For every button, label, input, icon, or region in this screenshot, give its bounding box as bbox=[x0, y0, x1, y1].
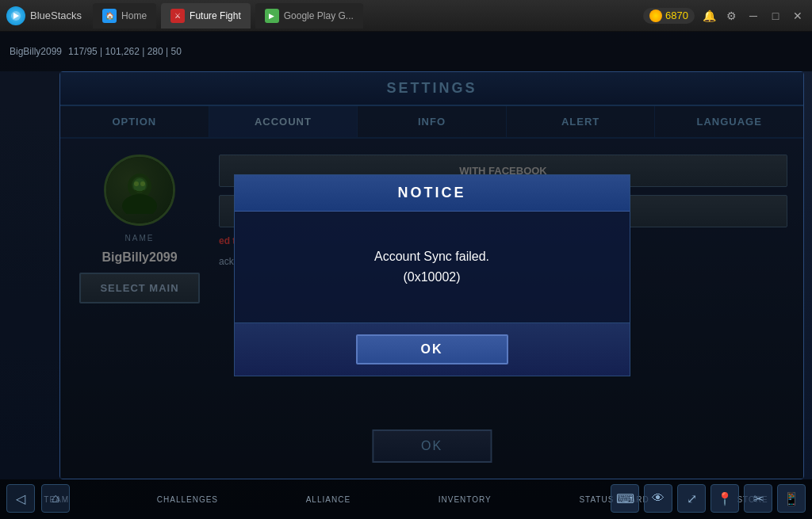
game-stats: 117/95 | 101,262 | 280 | 50 bbox=[68, 46, 182, 57]
notice-ok-button[interactable]: OK bbox=[356, 334, 508, 364]
close-button[interactable]: ✕ bbox=[790, 8, 806, 24]
back-button[interactable]: ◁ bbox=[6, 484, 35, 513]
tab-home[interactable]: 🏠 Home bbox=[93, 3, 156, 29]
home-button[interactable]: ⌂ bbox=[41, 484, 70, 513]
bottom-toolbar: ⌨ 👁 ⤢ 📍 ✂ 📱 bbox=[611, 484, 806, 513]
title-bar-left: BlueStacks 🏠 Home ⚔ Future Fight ▶ Googl… bbox=[6, 3, 640, 29]
ff-tab-icon: ⚔ bbox=[170, 9, 185, 23]
settings-button[interactable]: ⚙ bbox=[723, 8, 739, 24]
notice-footer: OK bbox=[235, 322, 630, 376]
bottom-inventory[interactable]: INVENTORY bbox=[439, 495, 492, 504]
visibility-icon[interactable]: 👁 bbox=[644, 484, 672, 513]
notice-body: Account Sync failed.(0x10002) bbox=[235, 212, 630, 322]
notice-overlay: NOTICE Account Sync failed.(0x10002) OK bbox=[60, 72, 803, 479]
bluestacks-logo bbox=[6, 6, 25, 25]
gp-tab-icon: ▶ bbox=[265, 9, 279, 23]
coin-amount: 6870 bbox=[665, 10, 688, 21]
settings-modal: SETTINGS OPTION ACCOUNT INFO ALERT LANGU… bbox=[59, 71, 804, 479]
bluestacks-label: BlueStacks bbox=[30, 10, 82, 21]
game-username: BigBilly2099 bbox=[10, 46, 62, 57]
mobile-icon[interactable]: 📱 bbox=[777, 484, 806, 513]
bottom-alliance[interactable]: ALLIANCE bbox=[306, 495, 350, 504]
bottom-nav-buttons: ◁ ⌂ bbox=[6, 484, 70, 513]
minimize-button[interactable]: ─ bbox=[745, 8, 761, 24]
coin-display: 6870 bbox=[643, 8, 695, 24]
keyboard-icon[interactable]: ⌨ bbox=[611, 484, 639, 513]
tab-future-fight[interactable]: ⚔ Future Fight bbox=[161, 3, 251, 29]
maximize-button[interactable]: □ bbox=[768, 8, 783, 24]
side-panel-decoration bbox=[0, 71, 63, 479]
title-bar-right: 6870 🔔 ⚙ ─ □ ✕ bbox=[643, 8, 806, 24]
coin-icon bbox=[649, 10, 662, 22]
game-top-bar: BigBilly2099 117/95 | 101,262 | 280 | 50 bbox=[0, 32, 812, 71]
notice-title: NOTICE bbox=[397, 185, 465, 200]
cut-icon[interactable]: ✂ bbox=[744, 484, 772, 513]
tab-google-play[interactable]: ▶ Google Play G... bbox=[255, 3, 363, 29]
location-icon[interactable]: 📍 bbox=[710, 484, 739, 513]
fullscreen-icon[interactable]: ⤢ bbox=[677, 484, 706, 513]
notice-dialog: NOTICE Account Sync failed.(0x10002) OK bbox=[234, 174, 630, 376]
game-area: BigBilly2099 117/95 | 101,262 | 280 | 50… bbox=[0, 32, 812, 519]
home-tab-icon: 🏠 bbox=[102, 9, 117, 23]
title-bar: BlueStacks 🏠 Home ⚔ Future Fight ▶ Googl… bbox=[0, 0, 812, 32]
share-button[interactable]: 🔔 bbox=[701, 8, 717, 24]
bottom-challenges[interactable]: CHALLENGES bbox=[157, 495, 218, 504]
notice-message: Account Sync failed.(0x10002) bbox=[374, 246, 489, 287]
notice-header: NOTICE bbox=[235, 175, 630, 212]
